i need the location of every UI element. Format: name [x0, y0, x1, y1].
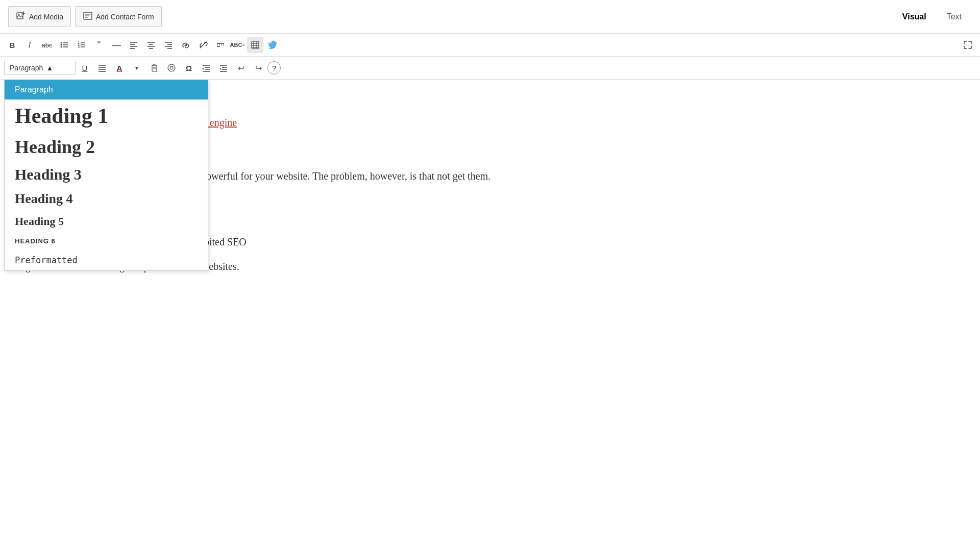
top-bar-left: Add Media Add Contact Form — [8, 6, 892, 27]
align-left-button[interactable] — [126, 37, 142, 53]
table-button[interactable] — [247, 37, 263, 53]
twitter-button[interactable] — [264, 37, 281, 53]
editor-container: Add Media Add Contact Form Visual Text B… — [0, 0, 980, 551]
add-media-label: Add Media — [29, 13, 63, 21]
dropdown-heading1[interactable]: Heading 1 — [5, 99, 208, 132]
dropdown-paragraph[interactable]: Paragraph — [5, 80, 208, 99]
text-color-dropdown[interactable]: ▼ — [129, 60, 145, 76]
svg-point-46 — [170, 66, 173, 69]
add-media-button[interactable]: Add Media — [8, 6, 71, 27]
svg-rect-41 — [152, 65, 157, 71]
align-right-button[interactable] — [160, 37, 177, 53]
top-bar: Add Media Add Contact Form Visual Text — [0, 0, 980, 34]
redo-button[interactable]: ↪ — [250, 60, 266, 76]
insert-more-button[interactable] — [212, 37, 229, 53]
dropdown-heading3[interactable]: Heading 3 — [5, 162, 208, 187]
paragraph-format-select[interactable]: Paragraph ▲ — [4, 61, 76, 75]
italic-button[interactable]: I — [21, 37, 38, 53]
svg-point-45 — [168, 64, 175, 71]
dropdown-heading6[interactable]: HEADING 6 — [5, 232, 208, 250]
hr-button[interactable]: — — [108, 37, 125, 53]
bold-button[interactable]: B — [4, 37, 20, 53]
top-bar-right: Visual Text — [892, 7, 972, 27]
justify-button[interactable] — [94, 60, 110, 76]
svg-point-7 — [61, 46, 62, 48]
undo-button[interactable]: ↩ — [233, 60, 249, 76]
bullet-list-button[interactable] — [56, 37, 72, 53]
strikethrough-button[interactable]: abc — [39, 37, 55, 53]
svg-text:3.: 3. — [78, 45, 81, 48]
outdent-button[interactable] — [198, 60, 214, 76]
format-dropdown: Paragraph Heading 1 Heading 2 Heading 3 … — [4, 80, 208, 271]
svg-line-27 — [200, 42, 206, 48]
text-view-button[interactable]: Text — [937, 7, 972, 27]
paragraph-select-arrow: ▲ — [46, 64, 70, 72]
link-button[interactable] — [178, 37, 194, 53]
add-contact-form-icon — [83, 11, 93, 22]
dropdown-heading5[interactable]: Heading 5 — [5, 211, 208, 232]
format-bar-1: B I abc 1. 2. 3. " — — [0, 34, 980, 57]
add-contact-form-label: Add Contact Form — [96, 13, 154, 21]
fullscreen-button[interactable] — [960, 37, 976, 53]
visual-view-button[interactable]: Visual — [892, 7, 937, 27]
svg-rect-42 — [153, 64, 155, 66]
spellcheck-button[interactable]: ABC✓ — [230, 37, 246, 53]
add-contact-form-button[interactable]: Add Contact Form — [75, 6, 162, 27]
svg-point-3 — [61, 42, 62, 44]
format-bar-2: Paragraph ▲ U A ▼ — [0, 57, 980, 80]
dropdown-heading4[interactable]: Heading 4 — [5, 187, 208, 211]
text-color-button[interactable]: A — [111, 60, 128, 76]
help-button[interactable]: ? — [267, 61, 281, 74]
add-media-icon — [16, 11, 26, 22]
special-char-button[interactable]: Ω — [181, 60, 197, 76]
paste-button[interactable] — [146, 60, 162, 76]
unlink-button[interactable] — [195, 37, 211, 53]
number-list-button[interactable]: 1. 2. 3. — [74, 37, 90, 53]
svg-point-5 — [61, 44, 62, 46]
svg-rect-0 — [17, 13, 23, 19]
paragraph-select-label: Paragraph — [10, 64, 43, 72]
underline-button[interactable]: U — [77, 60, 93, 76]
indent-button[interactable] — [215, 60, 232, 76]
editor-area: Paragraph Heading 1 Heading 2 Heading 3 … — [0, 80, 980, 551]
dropdown-heading2[interactable]: Heading 2 — [5, 132, 208, 162]
align-center-button[interactable] — [143, 37, 159, 53]
blockquote-button[interactable]: " — [91, 37, 107, 53]
dropdown-preformatted[interactable]: Preformatted — [5, 250, 208, 270]
clear-formatting-button[interactable] — [163, 60, 180, 76]
